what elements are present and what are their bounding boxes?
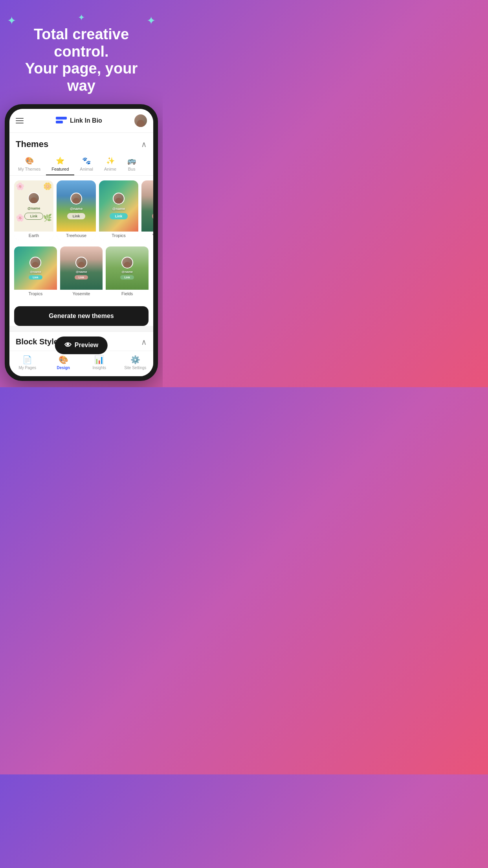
- card-avatar: [29, 257, 41, 268]
- bottom-nav: 👁 Preview 📄 My Pages 🎨 Design 📊 Insights…: [9, 351, 153, 376]
- eye-icon: 👁: [64, 341, 72, 349]
- card-label: Tropics: [14, 290, 57, 298]
- phone-shell: Link In Bio Themes ∧ 🎨 My Themes ⭐ Featu…: [5, 104, 158, 381]
- nav-pages-icon: 📄: [22, 355, 32, 364]
- generate-themes-button[interactable]: Generate new themes: [14, 306, 149, 326]
- nav-pages-label: My Pages: [19, 366, 36, 370]
- nav-insights-label: Insights: [93, 366, 106, 370]
- my-themes-icon: 🎨: [25, 156, 34, 165]
- themes-scroll-row[interactable]: 🌸 🌼 🌸 🌿 @name Link Earth @name: [9, 176, 153, 245]
- nav-design[interactable]: 🎨 Design: [46, 355, 82, 370]
- bus-label: Bus: [128, 167, 136, 171]
- featured-icon: ⭐: [56, 156, 64, 165]
- tab-animal[interactable]: 🐾 Animal: [74, 153, 99, 175]
- card-avatar: [121, 257, 133, 268]
- tab-featured[interactable]: ⭐ Featured: [46, 153, 74, 175]
- tab-anime[interactable]: ✨ Anime: [99, 153, 122, 175]
- nav-design-label: Design: [57, 366, 70, 370]
- my-themes-label: My Themes: [18, 167, 40, 171]
- card-label: Treehouse: [57, 232, 96, 240]
- themes-section: Themes ∧ 🎨 My Themes ⭐ Featured 🐾 Animal: [9, 133, 153, 326]
- theme-card-earth[interactable]: 🌸 🌼 🌸 🌿 @name Link Earth: [14, 180, 53, 240]
- card-label: Earth: [14, 232, 53, 240]
- sparkle-top-icon: ✦: [9, 13, 153, 23]
- phone-screen: Link In Bio Themes ∧ 🎨 My Themes ⭐ Featu…: [9, 109, 153, 376]
- anime-label: Anime: [104, 167, 116, 171]
- themes-grid: @name Link Tropics @name Link Yosemite: [9, 245, 153, 303]
- card-avatar: [75, 257, 87, 268]
- tab-my-themes[interactable]: 🎨 My Themes: [13, 153, 46, 175]
- card-link-btn[interactable]: Link: [120, 275, 134, 280]
- tab-bus[interactable]: 🚌 Bus: [122, 153, 141, 175]
- themes-tab-bar: 🎨 My Themes ⭐ Featured 🐾 Animal ✨ Anime …: [9, 153, 153, 176]
- hero-title: Total creative control. Your page, your …: [9, 26, 153, 95]
- sparkle-tl-icon: ✦: [7, 14, 16, 27]
- hamburger-button[interactable]: [16, 118, 24, 123]
- theme-card-tropics[interactable]: @name Link Tropics: [99, 180, 138, 240]
- bus-icon: 🚌: [127, 156, 136, 165]
- card-label: Yosemite: [141, 232, 153, 240]
- card-username: @name: [70, 207, 83, 211]
- card-label: Yosemite: [60, 290, 103, 298]
- app-logo: Link In Bio: [56, 117, 102, 125]
- theme-card-treehouse[interactable]: @name Link Treehouse: [57, 180, 96, 240]
- card-username: @name: [76, 270, 87, 274]
- featured-label: Featured: [51, 167, 69, 171]
- animal-icon: 🐾: [82, 156, 91, 165]
- themes-header: Themes ∧: [9, 133, 153, 153]
- card-link-btn[interactable]: Link: [24, 213, 44, 220]
- app-header: Link In Bio: [9, 109, 153, 133]
- anime-icon: ✨: [106, 156, 115, 165]
- flower-deco: 🌼: [43, 182, 52, 191]
- logo-icon: [56, 117, 67, 125]
- nav-insights[interactable]: 📊 Insights: [81, 355, 117, 370]
- grid-card-fields[interactable]: @name Link Fields: [106, 246, 149, 298]
- preview-pill[interactable]: 👁 Preview: [55, 337, 108, 354]
- card-link-btn[interactable]: Link: [29, 275, 42, 280]
- card-avatar: [28, 192, 40, 204]
- card-username: @name: [30, 270, 41, 274]
- theme-card-yosemite[interactable]: @name Link Yosemite: [141, 180, 153, 240]
- animal-label: Animal: [80, 167, 93, 171]
- flower-deco: 🌸: [16, 182, 24, 191]
- nav-my-pages[interactable]: 📄 My Pages: [9, 355, 46, 370]
- nav-site-settings[interactable]: ⚙️ Site Settings: [117, 355, 154, 370]
- card-link-btn[interactable]: Link: [110, 213, 128, 219]
- card-label: Tropics: [99, 232, 138, 240]
- card-avatar: [70, 193, 82, 204]
- card-avatar: [113, 193, 125, 204]
- block-style-title: Block Style: [16, 337, 58, 346]
- nav-settings-label: Site Settings: [124, 366, 146, 370]
- collapse-icon[interactable]: ∧: [141, 140, 147, 149]
- flower-deco: 🌿: [43, 213, 52, 222]
- hero-section: ✦ ✦ ✦ Total creative control. Your page,…: [0, 0, 163, 104]
- themes-title: Themes: [16, 139, 48, 149]
- grid-card-yosemite[interactable]: @name Link Yosemite: [60, 246, 103, 298]
- grid-card-tropics[interactable]: @name Link Tropics: [14, 246, 57, 298]
- app-name: Link In Bio: [70, 117, 102, 124]
- card-link-btn[interactable]: Link: [75, 275, 88, 280]
- card-label: Fields: [106, 290, 149, 298]
- sparkle-tr-icon: ✦: [147, 14, 156, 27]
- nav-design-icon: 🎨: [59, 355, 68, 364]
- flower-deco: 🌸: [16, 213, 24, 222]
- card-username: @name: [28, 206, 40, 210]
- card-username: @name: [121, 270, 133, 274]
- card-link-btn[interactable]: Link: [67, 213, 86, 219]
- card-username: @name: [112, 207, 125, 211]
- nav-insights-icon: 📊: [94, 355, 104, 364]
- preview-label: Preview: [75, 342, 98, 349]
- nav-settings-icon: ⚙️: [130, 355, 140, 364]
- avatar[interactable]: [134, 114, 147, 127]
- card-link-btn[interactable]: Link: [152, 213, 153, 219]
- block-style-collapse-icon[interactable]: ∧: [141, 337, 147, 347]
